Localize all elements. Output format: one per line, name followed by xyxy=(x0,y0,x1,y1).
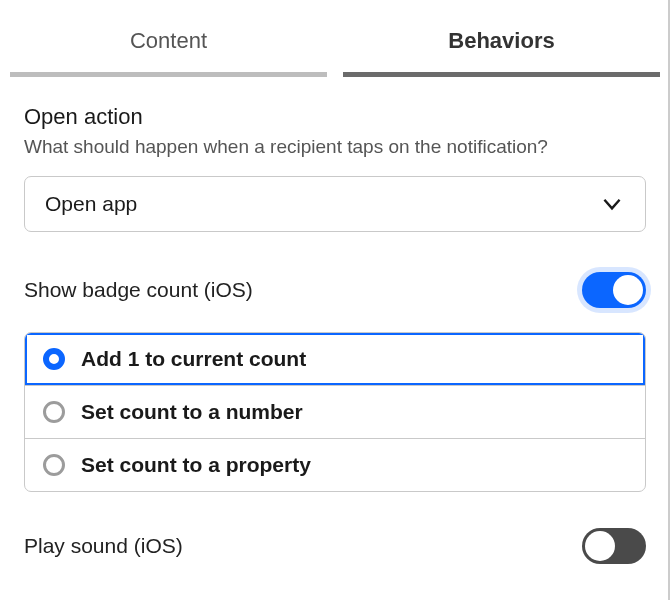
tab-behaviors[interactable]: Behaviors xyxy=(343,8,660,76)
badge-option-set-number-label: Set count to a number xyxy=(81,400,303,424)
chevron-down-icon xyxy=(599,191,625,217)
radio-icon xyxy=(43,454,65,476)
sound-toggle[interactable] xyxy=(582,528,646,564)
tab-behaviors-label: Behaviors xyxy=(448,28,554,53)
tab-behaviors-underline xyxy=(343,72,660,77)
radio-icon xyxy=(43,401,65,423)
badge-row: Show badge count (iOS) xyxy=(0,272,670,308)
badge-option-set-number[interactable]: Set count to a number xyxy=(25,385,645,438)
open-action-title: Open action xyxy=(24,104,646,130)
sound-label: Play sound (iOS) xyxy=(24,534,183,558)
radio-icon xyxy=(43,348,65,370)
badge-option-add1[interactable]: Add 1 to current count xyxy=(25,333,645,385)
tab-content[interactable]: Content xyxy=(10,8,327,76)
tab-content-underline xyxy=(10,72,327,77)
open-action-select[interactable]: Open app xyxy=(24,176,646,232)
open-action-section: Open action What should happen when a re… xyxy=(0,76,670,232)
open-action-subtitle: What should happen when a recipient taps… xyxy=(24,136,646,158)
badge-option-set-property-label: Set count to a property xyxy=(81,453,311,477)
badge-label: Show badge count (iOS) xyxy=(24,278,253,302)
tabs: Content Behaviors xyxy=(0,0,670,76)
badge-option-set-property[interactable]: Set count to a property xyxy=(25,438,645,491)
toggle-knob xyxy=(613,275,643,305)
badge-toggle[interactable] xyxy=(582,272,646,308)
toggle-knob xyxy=(585,531,615,561)
tab-content-label: Content xyxy=(130,28,207,53)
sound-row: Play sound (iOS) xyxy=(0,528,670,564)
open-action-value: Open app xyxy=(45,192,137,216)
badge-option-add1-label: Add 1 to current count xyxy=(81,347,306,371)
badge-radio-list: Add 1 to current count Set count to a nu… xyxy=(24,332,646,492)
